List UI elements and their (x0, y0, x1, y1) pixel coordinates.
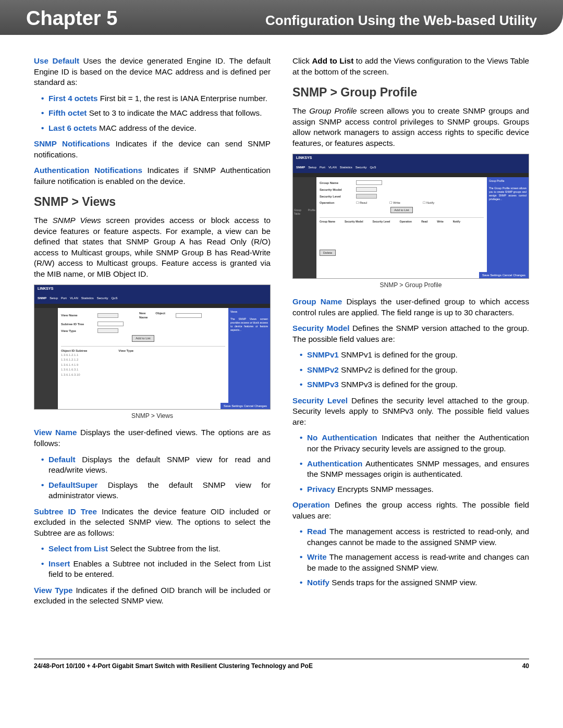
list-item: No Authentication Indicates that neither… (300, 433, 529, 454)
list-item: Select from List Select the Subtree from… (41, 544, 271, 554)
caption-snmp-group: SNMP > Group Profile (292, 281, 529, 289)
header-title: Configuration Using the Web-based Utilit… (265, 13, 537, 29)
term-operation: Operation (292, 500, 330, 509)
chapter-label: Chapter 5 (26, 7, 117, 30)
list-item: Notify Sends traps for the assigned SNMP… (300, 577, 529, 588)
ss-tabbar: SNMP SetupPortVLAN StatisticsSecurityQoS (293, 162, 529, 173)
ss-help-panel: ViewsThe SNMP Views screen provides acce… (228, 308, 270, 409)
operation-list: Read The management access is restricted… (300, 526, 529, 588)
para-view-name: View Name Displays the user-defined view… (34, 427, 271, 449)
subtree-list: Select from List Select the Subtree from… (41, 544, 271, 580)
para-auth-notifications: Authentication Notifications Indicates i… (34, 165, 271, 187)
ss-sidebar (34, 308, 58, 409)
page-header: Chapter 5 Configuration Using the Web-ba… (0, 0, 563, 35)
footer-product: 24/48-Port 10/100 + 4-Port Gigabit Smart… (34, 662, 313, 670)
right-column: Click Add to List to add the Views confi… (292, 56, 529, 612)
ss-main-panel: Group Name Security Model Security Level… (316, 177, 487, 278)
octet-list: First 4 octets First bit = 1, the rest i… (41, 93, 271, 134)
para-snmp-notifications: SNMP Notifications Indicates if the devi… (34, 139, 271, 160)
ss-brand: LINKSYS (34, 285, 270, 292)
para-group-name: Group Name Displays the user-defined gro… (292, 297, 529, 318)
term-auth-notifications: Authentication Notifications (34, 166, 142, 175)
caption-snmp-views: SNMP > Views (34, 412, 271, 420)
left-column: Use Default Uses the device generated En… (34, 56, 271, 612)
list-item: First 4 octets First bit = 1, the rest i… (41, 93, 271, 104)
ss-main-panel: View Name New Object Name Subtree ID Tre… (58, 308, 228, 409)
para-operation: Operation Defines the group access right… (292, 500, 529, 521)
term-subtree-id: Subtree ID Tree (34, 507, 97, 516)
list-item: Read The management access is restricted… (300, 526, 529, 548)
ss-tabbar: SNMP SetupPortVLAN StatisticsSecurityQoS (34, 292, 270, 304)
list-item: DefaultSuper Displays the default SNMP v… (41, 480, 271, 501)
list-item: Write The management access is read-writ… (300, 552, 529, 573)
ss-save-bar: Save Settings Cancel Changes (479, 272, 529, 278)
para-security-level: Security Level Defines the security leve… (292, 396, 529, 428)
term-view-type: View Type (34, 586, 73, 595)
list-item: Last 6 octets MAC address of the device. (41, 123, 271, 134)
para-add-to-list: Click Add to List to add the Views confi… (292, 56, 529, 77)
para-use-default: Use Default Uses the device generated En… (34, 56, 271, 88)
para-view-type: View Type Indicates if the defined OID b… (34, 585, 271, 607)
para-subtree: Subtree ID Tree Indicates the device fea… (34, 507, 271, 539)
screenshot-snmp-views: LINKSYS SNMP SetupPortVLAN StatisticsSec… (34, 285, 271, 410)
page-body: Use Default Uses the device generated En… (0, 56, 563, 633)
heading-snmp-views: SNMP > Views (34, 194, 271, 210)
list-item: Privacy Encrypts SNMP messages. (300, 484, 529, 495)
heading-snmp-group-profile: SNMP > Group Profile (292, 84, 529, 101)
screenshot-snmp-group-profile: LINKSYS SNMP SetupPortVLAN StatisticsSec… (292, 154, 529, 279)
ss-brand: LINKSYS (293, 154, 529, 162)
term-use-default: Use Default (34, 56, 79, 65)
view-name-list: Default Displays the default SNMP view f… (41, 454, 271, 501)
security-level-list: No Authentication Indicates that neither… (300, 433, 529, 495)
term-snmp-notifications: SNMP Notifications (34, 139, 110, 148)
ss-help-panel: Group ProfileThe Group Profile screen al… (487, 177, 529, 278)
footer-page-number: 40 (522, 662, 529, 670)
list-item: Authentication Authenticates SNMP messag… (300, 459, 529, 480)
term-security-level: Security Level (292, 396, 348, 405)
list-item: SNMPv3 SNMPv3 is defined for the group. (300, 379, 529, 390)
list-item: SNMPv1 SNMPv1 is defined for the group. (300, 350, 529, 361)
security-model-list: SNMPv1 SNMPv1 is defined for the group. … (300, 350, 529, 390)
list-item: SNMPv2 SNMPv2 is defined for the group. (300, 365, 529, 376)
para-security-model: Security Model Defines the SNMP version … (292, 323, 529, 344)
page-footer: 24/48-Port 10/100 + 4-Port Gigabit Smart… (34, 659, 529, 670)
para-group-intro: The Group Profile screen allows you to c… (292, 106, 529, 149)
para-views-intro: The SNMP Views screen provides access or… (34, 215, 271, 279)
list-item: Insert Enables a Subtree not included in… (41, 559, 271, 580)
term-view-name: View Name (34, 428, 77, 437)
ss-save-bar: Save Settings Cancel Changes (221, 403, 270, 409)
ss-sidebar: Group Profile Table (293, 177, 316, 278)
list-item: Fifth octet Set to 3 to indicate the MAC… (41, 108, 271, 119)
ss-add-to-list-button: Add to List (390, 207, 412, 213)
term-group-name: Group Name (292, 297, 342, 306)
list-item: Default Displays the default SNMP view f… (41, 454, 271, 476)
term-security-model: Security Model (292, 324, 349, 332)
ss-add-to-list-button: Add to List (132, 335, 154, 341)
